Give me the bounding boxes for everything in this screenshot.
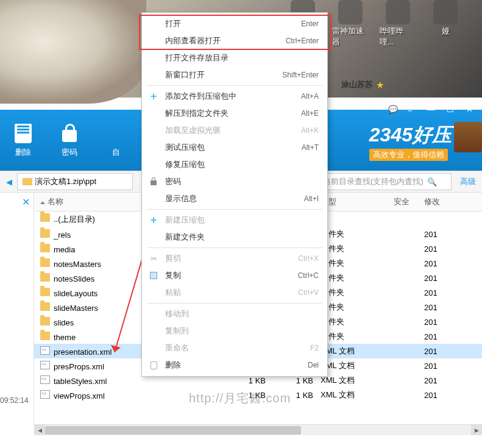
folder-icon (40, 288, 50, 296)
folder-icon (40, 213, 50, 222)
file-type: 文件夹 (321, 272, 394, 283)
file-name: presentation.xml (54, 347, 112, 357)
path-input[interactable]: 演示文稿1.zip\ppt (17, 173, 133, 190)
file-modified: 201 (424, 274, 476, 283)
menu-shortcut: Alt+E (301, 109, 319, 118)
menu-item[interactable]: 打开Enter (142, 15, 327, 32)
col-modified[interactable]: 修改 (424, 196, 476, 207)
file-modified: 201 (424, 303, 476, 312)
menu-shortcut: Alt+I (304, 194, 319, 203)
menu-shortcut: F2 (310, 344, 319, 352)
menu-item[interactable]: 显示信息Alt+I (142, 190, 327, 207)
menu-icon[interactable]: ≡ (408, 105, 416, 113)
folder-icon (40, 317, 50, 325)
window-controls: 💬 ≡ — ☐ ✕ (388, 105, 475, 113)
desktop-icon-ya[interactable]: 娅 (427, 0, 464, 48)
menu-item[interactable]: 密码 (142, 173, 327, 190)
file-packed-size: 1 KB (266, 391, 321, 400)
file-type: XML 文档 (321, 375, 394, 386)
file-row[interactable]: viewProps.xml1 KB1 KBXML 文档201 (34, 388, 482, 402)
menu-label: 复制到 (165, 325, 319, 336)
advanced-link[interactable]: 高级 (460, 176, 476, 187)
desktop-icon-leishen[interactable]: 雷神加速器 (332, 0, 369, 48)
menu-label: 测试压缩包 (165, 142, 302, 153)
folder-icon (40, 273, 50, 282)
back-icon[interactable]: ◀ (6, 177, 12, 187)
menu-shortcut: Del (308, 361, 319, 369)
file-name: slideLayouts (54, 289, 97, 298)
menu-label: 删除 (165, 360, 308, 371)
scrollbar-thumb[interactable] (45, 426, 301, 435)
wallpaper-character (0, 0, 146, 104)
timestamp: 09:52:14 (0, 396, 29, 405)
file-name: theme (54, 333, 76, 342)
plus-icon: + (148, 215, 159, 226)
menu-item: 加载至虚拟光驱Alt+K (142, 122, 327, 139)
file-name: presProps.xml (54, 362, 104, 371)
file-type: 文件夹 (321, 243, 394, 254)
menu-label: 打开 (165, 18, 301, 29)
file-type: 文件夹 (321, 287, 394, 298)
file-size: 1 KB (211, 391, 266, 400)
menu-label: 显示信息 (165, 193, 304, 204)
menu-item[interactable]: 新建文件夹 (142, 229, 327, 246)
self-button[interactable]: 自 (105, 123, 127, 158)
file-type: 文件夹 (321, 258, 394, 269)
menu-item[interactable]: 删除Del (142, 357, 327, 374)
menu-label: 新建文件夹 (165, 232, 319, 243)
xml-file-icon (40, 346, 50, 355)
favorite-star-icon: ★ (377, 80, 384, 90)
sidebar-close-icon[interactable]: ✕ (0, 193, 34, 208)
chest-icon (454, 122, 482, 152)
menu-item[interactable]: 解压到指定文件夹Alt+E (142, 105, 327, 122)
search-input[interactable]: 当前目录查找(支持包内查找) 🔍 (317, 173, 452, 190)
menu-item[interactable]: 新窗口打开Shift+Enter (142, 66, 327, 84)
menu-shortcut: Shift+Enter (282, 71, 319, 79)
file-type: XML 文档 (321, 346, 394, 357)
menu-item: 重命名F2 (142, 340, 327, 357)
file-modified: 201 (424, 318, 476, 327)
sort-asc-icon (40, 201, 45, 204)
trash-icon (15, 124, 32, 143)
col-security[interactable]: 安全 (394, 196, 424, 207)
app-logo: 2345好压 高效专业，值得信赖 (369, 122, 452, 161)
search-icon[interactable]: 🔍 (427, 177, 437, 187)
xml-file-icon (40, 375, 50, 384)
menu-item[interactable]: 内部查看器打开Ctrl+Enter (142, 32, 327, 49)
menu-item: 移动到 (142, 305, 327, 322)
menu-shortcut: Ctrl+C (298, 271, 319, 280)
menu-label: 密码 (165, 176, 319, 187)
close-icon[interactable]: ✕ (466, 105, 475, 113)
file-name: viewProps.xml (54, 391, 105, 400)
menu-shortcut: Enter (301, 20, 319, 28)
menu-item[interactable]: 打开文件存放目录 (142, 49, 327, 66)
file-name: slides (54, 318, 74, 327)
delete-button[interactable]: 删除 (12, 123, 34, 158)
menu-item[interactable]: 测试压缩包Alt+T (142, 139, 327, 156)
menu-item[interactable]: 修复压缩包 (142, 156, 327, 173)
plus-icon: + (148, 91, 159, 102)
file-modified: 201 (424, 391, 476, 400)
menu-item: +新建压缩包 (142, 212, 327, 229)
lock-icon (62, 130, 77, 142)
menu-separator (147, 209, 322, 210)
password-button[interactable]: 密码 (58, 123, 80, 158)
menu-label: 新建压缩包 (165, 215, 319, 226)
menu-separator (147, 303, 322, 304)
chat-icon[interactable]: 💬 (388, 105, 397, 113)
menu-item[interactable]: 复制Ctrl+C (142, 267, 327, 284)
horizontal-scrollbar[interactable]: ◀ ▶ (34, 424, 482, 435)
scroll-left-icon[interactable]: ◀ (34, 425, 45, 435)
minimize-icon[interactable]: — (427, 105, 436, 113)
xml-file-icon (40, 390, 50, 399)
scroll-right-icon[interactable]: ▶ (471, 425, 482, 435)
col-type[interactable]: 类型 (321, 196, 394, 207)
maximize-icon[interactable]: ☐ (447, 105, 455, 113)
desktop-icon-bilibili[interactable]: 哗哩哗哩... (380, 0, 416, 48)
file-modified: 201 (424, 288, 476, 297)
menu-label: 添加文件到压缩包中 (165, 91, 301, 102)
menu-label: 内部查看器打开 (165, 35, 286, 46)
menu-item[interactable]: +添加文件到压缩包中Alt+A (142, 88, 327, 105)
sidebar: ✕ (0, 193, 34, 424)
menu-label: 打开文件存放目录 (165, 52, 319, 63)
